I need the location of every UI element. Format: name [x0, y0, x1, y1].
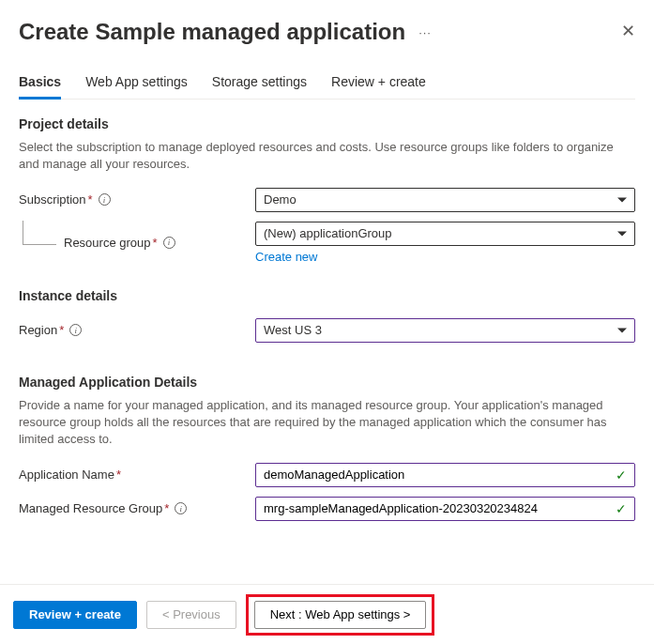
next-button[interactable]: Next : Web App settings > — [254, 601, 427, 629]
managed-app-heading: Managed Application Details — [19, 375, 635, 390]
mrg-field[interactable] — [264, 501, 610, 515]
managed-app-desc: Provide a name for your managed applicat… — [19, 397, 635, 448]
project-details-heading: Project details — [19, 116, 635, 131]
more-actions-icon[interactable]: ··· — [418, 25, 432, 39]
highlight-box: Next : Web App settings > — [246, 594, 435, 636]
resource-group-label: Resource group — [64, 236, 151, 250]
info-icon[interactable]: i — [99, 193, 111, 206]
subscription-label: Subscription — [19, 192, 86, 207]
tab-basics[interactable]: Basics — [19, 74, 61, 100]
required-icon: * — [164, 501, 169, 515]
subscription-select[interactable]: Demo — [255, 188, 635, 212]
check-icon: ✓ — [616, 468, 627, 483]
region-select[interactable]: West US 3 — [255, 318, 635, 343]
mrg-input[interactable]: ✓ — [255, 497, 635, 521]
app-name-field[interactable] — [264, 468, 610, 482]
region-label: Region — [19, 323, 57, 337]
chevron-down-icon — [617, 328, 627, 332]
hierarchy-connector-icon — [23, 221, 56, 245]
instance-details-heading: Instance details — [19, 288, 635, 303]
mrg-label: Managed Resource Group — [19, 501, 162, 515]
app-name-label: Application Name — [19, 468, 114, 482]
subscription-value: Demo — [264, 192, 297, 207]
check-icon: ✓ — [616, 501, 627, 516]
previous-button: < Previous — [146, 601, 236, 629]
info-icon[interactable]: i — [175, 502, 187, 514]
tab-review-create[interactable]: Review + create — [331, 74, 426, 100]
create-new-link[interactable]: Create new — [255, 250, 635, 264]
tab-storage-settings[interactable]: Storage settings — [212, 74, 307, 100]
review-create-button[interactable]: Review + create — [13, 601, 137, 629]
page-title: Create Sample managed application — [19, 19, 405, 45]
tab-web-app-settings[interactable]: Web App settings — [85, 74, 188, 100]
resource-group-select[interactable]: (New) applicationGroup — [255, 222, 635, 246]
resource-group-value: (New) applicationGroup — [264, 226, 392, 240]
project-details-desc: Select the subscription to manage deploy… — [19, 139, 635, 173]
close-icon[interactable]: ✕ — [621, 21, 635, 41]
info-icon[interactable]: i — [163, 237, 175, 249]
required-icon: * — [116, 468, 121, 482]
required-icon: * — [59, 323, 64, 337]
tab-strip: Basics Web App settings Storage settings… — [19, 73, 635, 100]
region-value: West US 3 — [264, 323, 322, 337]
required-icon: * — [153, 236, 158, 250]
chevron-down-icon — [617, 231, 627, 236]
chevron-down-icon — [617, 197, 627, 202]
wizard-footer: Review + create < Previous Next : Web Ap… — [0, 584, 654, 644]
required-icon: * — [88, 192, 93, 207]
app-name-input[interactable]: ✓ — [255, 463, 635, 487]
info-icon[interactable]: i — [69, 324, 82, 336]
